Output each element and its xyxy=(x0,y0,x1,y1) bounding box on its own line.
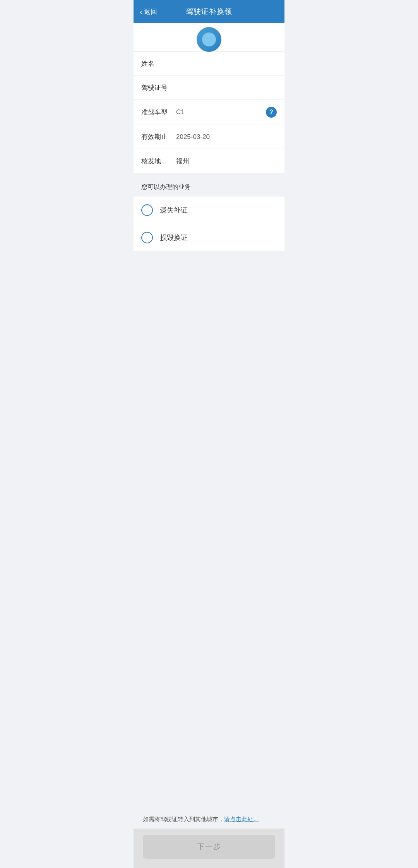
vehicle-type-value: C1 xyxy=(176,108,266,116)
info-section: 姓名 驾驶证号 准驾车型 C1 ? 有效期止 2025-03-20 核发地 福州 xyxy=(134,52,284,173)
next-button[interactable]: 下一步 xyxy=(143,835,275,859)
bottom-link-text: 如需将驾驶证转入到其他城市，请点击此处。 xyxy=(143,816,259,822)
issuing-place-label: 核发地 xyxy=(141,157,176,166)
expiry-date-label: 有效期止 xyxy=(141,132,176,141)
radio-lost-circle[interactable] xyxy=(141,204,153,216)
issuing-place-value: 福州 xyxy=(176,157,277,166)
expiry-date-row: 有效期止 2025-03-20 xyxy=(134,125,284,149)
page-title: 驾驶证补换领 xyxy=(186,7,232,17)
avatar-area xyxy=(134,23,284,52)
next-button-area: 下一步 xyxy=(134,829,284,868)
name-label: 姓名 xyxy=(141,59,176,68)
vehicle-type-row: 准驾车型 C1 ? xyxy=(134,100,284,125)
avatar-icon xyxy=(202,33,216,46)
bottom-link-anchor[interactable]: 请点击此处。 xyxy=(224,816,259,822)
options-section: 遗失补证 损毁换证 xyxy=(134,197,284,251)
business-section-label: 您可以办理的业务 xyxy=(134,178,284,197)
bottom-link-prefix: 如需将驾驶证转入到其他城市， xyxy=(143,816,224,822)
issuing-place-row: 核发地 福州 xyxy=(134,149,284,173)
back-label: 返回 xyxy=(144,7,157,16)
page-header: ‹ 返回 驾驶证补换领 xyxy=(134,0,284,23)
radio-damaged-circle[interactable] xyxy=(141,232,153,243)
option-damaged[interactable]: 损毁换证 xyxy=(134,224,284,251)
back-button[interactable]: ‹ 返回 xyxy=(140,7,157,16)
help-icon-label: ? xyxy=(269,109,273,116)
option-lost[interactable]: 遗失补证 xyxy=(134,197,284,224)
avatar xyxy=(197,27,221,52)
name-row: 姓名 xyxy=(134,52,284,76)
bottom-link-area: 如需将驾驶证转入到其他城市，请点击此处。 xyxy=(134,807,284,829)
back-arrow-icon: ‹ xyxy=(140,8,142,15)
empty-area xyxy=(134,256,284,807)
help-icon[interactable]: ? xyxy=(266,107,277,118)
license-number-row: 驾驶证号 xyxy=(134,76,284,100)
option-lost-label: 遗失补证 xyxy=(160,205,188,215)
license-number-label: 驾驶证号 xyxy=(141,83,176,92)
vehicle-type-label: 准驾车型 xyxy=(141,108,176,117)
expiry-date-value: 2025-03-20 xyxy=(176,133,277,141)
option-damaged-label: 损毁换证 xyxy=(160,233,188,242)
